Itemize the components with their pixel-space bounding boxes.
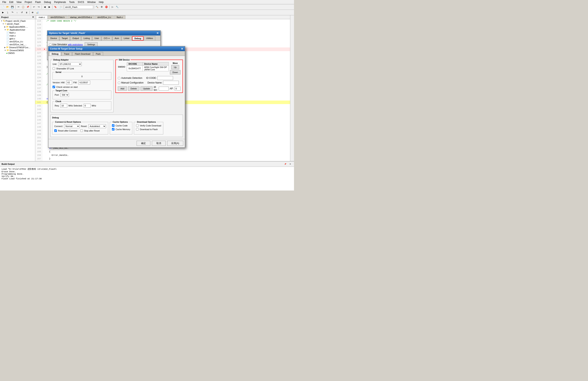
add-button[interactable]: Add [118,86,127,91]
tree-file-gpio[interactable]: 📄 gpio.c [0,37,35,40]
redo-btn[interactable]: ↪ [37,5,41,9]
build-output-close-btn[interactable]: ✕ [288,162,293,166]
menu-file[interactable]: File [1,0,8,4]
reset-select[interactable]: Autodetect [88,124,106,128]
connect-select[interactable]: Normal [64,124,80,128]
options-tab-linker[interactable]: Linker [122,36,132,41]
update-button[interactable]: Update [141,86,152,91]
stop-after-reset-checkbox[interactable] [80,129,83,132]
menu-project[interactable]: Project [23,0,34,4]
clock-selected-input[interactable] [84,104,91,107]
run-btn[interactable]: ▶ [1,10,5,15]
shareable-checkbox[interactable] [53,67,55,70]
with-restrictions-link[interactable]: with restrictions [68,43,83,46]
verify-code-checkbox[interactable] [136,124,139,127]
copy-btn[interactable]: 📋 [21,5,25,9]
options-dialog-close-icon[interactable]: ✕ [156,32,159,35]
cortex-tab-flashdownload[interactable]: Flash Download [72,52,93,56]
undo-btn[interactable]: ↩ [32,5,36,9]
options-tab-listing[interactable]: Listing [81,36,92,41]
port-select[interactable]: SW [60,93,69,97]
fw-version-input[interactable] [78,81,90,85]
save-btn[interactable]: 💾 [10,5,15,9]
ap-input[interactable] [175,87,181,90]
cache-code-checkbox[interactable] [112,124,114,127]
options-btn[interactable]: 🔧 [115,5,119,9]
use-simulator-radio[interactable] [49,43,52,46]
build-btn[interactable]: 🔨 [95,5,99,9]
build-output-pin-btn[interactable]: 📌 [283,162,287,166]
stepover-btn[interactable]: ↷ [10,10,15,15]
options-tab-utilities[interactable]: Utilities [144,36,155,41]
options-tab-debug[interactable]: Debug [132,36,144,41]
tree-folder-cmsis[interactable]: ▼ 📁 Drivers/CMSIS [0,49,35,52]
cortex-tab-pack[interactable]: Pack [93,52,103,56]
tree-cmsis-item[interactable]: ♦ CMSIS [0,52,35,55]
ok-button[interactable]: 确定 [137,141,150,146]
cortex-dialog-close-icon[interactable]: ✕ [181,47,183,50]
tree-folder-mdk[interactable]: ▶ 📁 Application/MDK-… [0,25,35,28]
debug-start-btn[interactable]: ▷ [110,5,115,9]
project-name-input[interactable] [64,5,93,9]
menu-peripherals[interactable]: Peripherals [53,0,68,4]
menu-window[interactable]: Window [86,0,97,4]
table-row[interactable]: 0x1BA01477 ARM CoreSight SW-DP (ARM Core [127,66,168,71]
break-btn[interactable]: ⏸ [24,10,29,15]
watch-btn[interactable]: 👁 [30,10,35,15]
tree-file-hal[interactable]: 📄 stm32f1xx_hal_… [0,43,35,46]
prev-btn[interactable]: ◀ [42,5,47,9]
tree-file-it[interactable]: 📄 stm32f1xx_it.c [0,40,35,43]
menu-svcs[interactable]: SVCS [76,0,86,4]
tree-target[interactable]: ▼ ⚙ stm32_Flash [0,22,35,25]
clock-req-input[interactable] [60,104,67,107]
tab-main-c[interactable]: main.c [36,15,47,19]
next-btn[interactable]: ▶ [47,5,52,9]
manual-config-radio[interactable] [118,82,120,84]
options-tab-target[interactable]: Target [60,36,70,41]
cache-memory-checkbox[interactable] [112,128,114,130]
menu-help[interactable]: Help [97,0,105,4]
reset-btn[interactable]: ↺ [20,10,24,15]
down-button[interactable]: Down [170,70,181,74]
up-button[interactable]: Up [171,65,179,69]
tree-project-root[interactable]: ▼ 🏗 Project: stm32_Flash [0,20,35,22]
check-version-checkbox[interactable] [53,86,55,88]
menu-tools[interactable]: Tools [68,0,76,4]
new-file-btn[interactable]: 📄 [1,5,5,9]
memory-btn[interactable]: 📊 [35,10,39,15]
stop-btn[interactable]: ⛔ [104,5,109,9]
tab-startup[interactable]: startup_stm32f103xb.s [68,15,94,19]
menu-debug[interactable]: Debug [42,0,53,4]
id-code-input[interactable] [157,76,173,80]
tab-flash[interactable]: flash.c [114,15,126,19]
options-tab-cc[interactable]: C/C++ [102,36,112,41]
tab-it[interactable]: stm32f1xx_it.c [95,15,114,19]
options-tab-user[interactable]: User [92,36,101,41]
tree-folder-appuser[interactable]: ▼ 📁 Application/User [0,28,35,31]
stepout-btn[interactable]: ↑ [15,10,19,15]
tree-file-main[interactable]: 📄 main.c [0,34,35,37]
cortex-tab-trace[interactable]: Trace [61,52,72,56]
step-btn[interactable]: ⤵ [5,10,10,15]
cut-btn[interactable]: ✂ [16,5,21,9]
tab-stm32f103xb[interactable]: stm32f103xb.h [48,15,67,19]
auto-detect-radio[interactable] [118,77,120,79]
tree-folder-stm32[interactable]: ▶ 📁 Drivers/STM32F1xx… [0,46,35,49]
hw-version-input[interactable] [66,81,72,85]
tree-file-flash[interactable]: 📄 flash.c [0,31,35,34]
cortex-dialog[interactable]: Cortex-M Target Driver Setup ✕ Debug Tra… [48,46,185,148]
options-tab-asm[interactable]: Asm [112,36,121,41]
reset-after-connect-checkbox[interactable] [54,129,57,132]
open-btn[interactable]: 📂 [5,5,10,9]
project-close-icon[interactable]: ✕ [32,16,34,19]
delete-button[interactable]: Delete [128,86,139,91]
apply-button[interactable]: 应用(A) [167,141,183,146]
cancel-button[interactable]: 取消 [152,141,166,146]
bookmark-btn[interactable]: 🔖 [53,5,58,9]
options-tab-output[interactable]: Output [70,36,81,41]
menu-flash[interactable]: Flash [34,0,42,4]
device-name-input[interactable] [163,81,179,85]
download-flash-checkbox[interactable] [136,128,139,130]
options-tab-device[interactable]: Device [48,36,59,41]
paste-btn[interactable]: 📌 [26,5,30,9]
